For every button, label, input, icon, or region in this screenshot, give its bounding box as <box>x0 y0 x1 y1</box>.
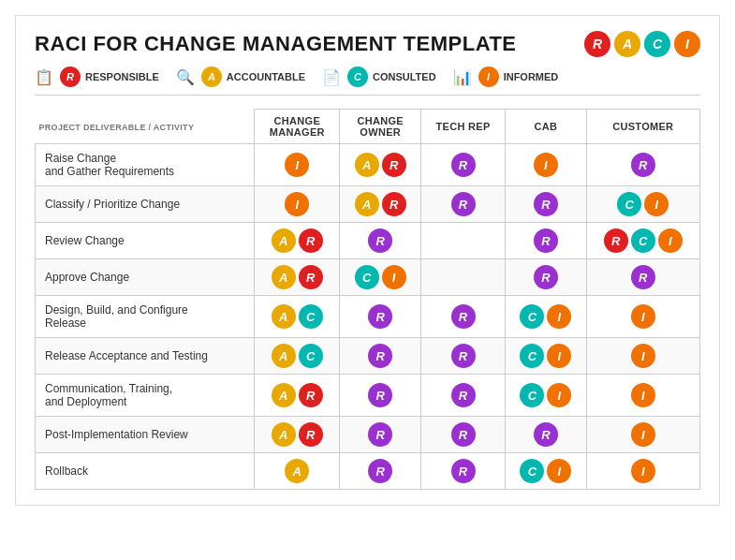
corner-badge-I: I <box>674 31 700 57</box>
cell-change_manager: AR <box>255 375 340 417</box>
badge-R-purple: R <box>451 304 476 329</box>
cell-change_owner: R <box>340 296 421 338</box>
badge-R-purple: R <box>451 383 476 407</box>
cell-change_owner: AR <box>340 186 421 223</box>
activity-cell: Approve Change <box>36 259 255 296</box>
cell-customer: I <box>586 375 699 417</box>
cell-change_owner: R <box>340 375 421 417</box>
consulted-doc-icon: 📄 <box>322 68 341 86</box>
table-row: Review ChangeARRRRCI <box>36 223 700 259</box>
badge-R-purple: R <box>534 192 558 216</box>
legend-label-consulted: CONSULTED <box>373 71 436 82</box>
table-row: Approve ChangeARCIRR <box>36 259 700 296</box>
badge-C: C <box>520 344 544 368</box>
badge-I: I <box>547 383 571 407</box>
cell-change_owner: R <box>340 417 421 453</box>
activity-cell: Post-Implementation Review <box>36 417 255 453</box>
legend-label-informed: INFORMED <box>504 71 559 82</box>
legend-badge-C: C <box>347 66 368 87</box>
activity-cell: Raise Change and Gather Requirements <box>36 144 255 186</box>
cell-tech_rep: R <box>420 338 505 375</box>
cell-cab: R <box>506 417 587 453</box>
activity-header: PROJECT DELIVERABLE / ACTIVITY <box>36 110 255 144</box>
cell-customer: I <box>586 417 699 453</box>
cell-change_manager: AR <box>255 223 340 259</box>
cell-change_owner: CI <box>340 259 421 296</box>
badge-R-purple: R <box>368 422 392 447</box>
badge-I: I <box>547 304 571 329</box>
cell-customer: R <box>586 144 699 186</box>
badge-A: A <box>272 304 296 329</box>
badge-I: I <box>382 265 406 289</box>
badge-I: I <box>644 192 669 216</box>
badge-R-purple: R <box>534 228 558 253</box>
badge-R-purple: R <box>451 153 476 177</box>
corner-badge-R: R <box>584 31 610 57</box>
cell-change_owner: R <box>340 338 421 375</box>
badge-I: I <box>631 459 655 483</box>
legend-label-accountable: ACCOUNTABLE <box>227 71 305 82</box>
activity-cell: Rollback <box>36 453 255 490</box>
badge-R-purple: R <box>368 344 392 368</box>
badge-R: R <box>382 192 406 216</box>
badge-A: A <box>272 228 296 253</box>
cell-customer: R <box>586 259 699 296</box>
badge-R: R <box>299 422 323 447</box>
accountable-doc-icon: 🔍 <box>176 68 195 86</box>
cell-cab: CI <box>506 453 587 490</box>
table-row: Raise Change and Gather RequirementsIARR… <box>36 144 700 186</box>
cell-change_manager: AC <box>255 296 340 338</box>
badge-R-purple: R <box>451 192 476 216</box>
cell-change_manager: AR <box>255 417 340 453</box>
col-customer: CUSTOMER <box>586 110 699 144</box>
badge-A: A <box>272 344 296 368</box>
cell-tech_rep: R <box>420 144 505 186</box>
badge-C: C <box>617 192 641 216</box>
legend-responsible: 📋 R RESPONSIBLE <box>35 66 159 87</box>
responsible-doc-icon: 📋 <box>35 68 53 86</box>
legend-badge-I: I <box>478 66 499 87</box>
badge-I: I <box>631 304 655 329</box>
col-tech-rep: TECH REP <box>420 110 505 144</box>
activity-cell: Review Change <box>36 223 255 259</box>
badge-R-purple: R <box>368 304 392 329</box>
badge-A: A <box>272 383 296 407</box>
legend-label-responsible: RESPONSIBLE <box>85 71 159 82</box>
badge-I: I <box>658 228 683 253</box>
cell-tech_rep: R <box>420 375 505 417</box>
activity-cell: Communication, Training, and Deployment <box>36 375 255 417</box>
badge-I: I <box>534 153 558 177</box>
cell-customer: RCI <box>586 223 699 259</box>
cell-tech_rep <box>420 259 505 296</box>
badge-R-purple: R <box>534 265 558 289</box>
activity-cell: Design, Build, and Configure Release <box>36 296 255 338</box>
badge-R-purple: R <box>368 228 392 253</box>
corner-raci-badges: R A C I <box>584 31 700 57</box>
badge-R: R <box>382 153 406 177</box>
badge-C: C <box>299 344 323 368</box>
badge-R-purple: R <box>451 422 476 447</box>
badge-R-purple: R <box>631 153 655 177</box>
cell-tech_rep: R <box>420 453 505 490</box>
badge-R-purple: R <box>451 459 476 483</box>
cell-customer: I <box>586 338 699 375</box>
raci-table: PROJECT DELIVERABLE / ACTIVITY CHANGEMAN… <box>35 109 700 490</box>
cell-change_manager: I <box>255 186 340 223</box>
badge-R: R <box>299 383 323 407</box>
legend-row: 📋 R RESPONSIBLE 🔍 A ACCOUNTABLE 📄 C CONS… <box>35 66 700 96</box>
badge-A: A <box>272 422 296 447</box>
col-change-manager: CHANGEMANAGER <box>255 110 340 144</box>
badge-R: R <box>299 228 323 253</box>
table-row: Classify / Prioritize ChangeIARRRCI <box>36 186 700 223</box>
page-title: RACI FOR CHANGE MANAGEMENT TEMPLATE <box>35 32 517 56</box>
corner-badge-C: C <box>644 31 670 57</box>
badge-A: A <box>272 265 296 289</box>
cell-cab: I <box>506 144 587 186</box>
badge-R-purple: R <box>451 344 476 368</box>
badge-I: I <box>285 192 309 216</box>
badge-C: C <box>355 265 379 289</box>
badge-I: I <box>631 422 655 447</box>
badge-C: C <box>299 304 323 329</box>
legend-badge-A: A <box>201 66 222 87</box>
cell-tech_rep: R <box>420 417 505 453</box>
